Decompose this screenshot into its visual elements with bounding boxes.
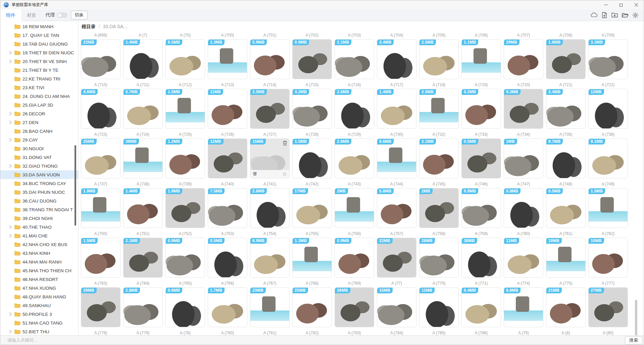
sidebar-item[interactable]: 44.NHA MAI RANH <box>0 257 78 266</box>
sidebar-item[interactable]: 42.NHA CHO XE BUS <box>0 240 78 249</box>
asset-thumbnail[interactable]: 11MB <box>504 238 543 278</box>
sidebar-item[interactable]: 24. DUNG CU AM NHA <box>0 92 78 101</box>
chevron-right-icon[interactable] <box>9 59 14 63</box>
asset-thumbnail[interactable]: 1.4MB <box>377 89 416 129</box>
sidebar-item[interactable]: 48.QUAY BAN HANG <box>0 292 78 301</box>
asset-thumbnail[interactable]: 10MB <box>588 238 628 278</box>
sidebar-item[interactable]: 22.KE TRANG TRI <box>0 74 78 83</box>
chevron-right-icon[interactable] <box>9 51 14 55</box>
asset-thumbnail[interactable]: 2.8MB <box>123 287 163 327</box>
chevron-right-icon[interactable] <box>9 120 14 124</box>
asset-thumbnail[interactable]: 1MB <box>504 138 543 178</box>
asset-thumbnail[interactable]: 0.9MB <box>461 188 501 228</box>
sidebar-item[interactable]: 38.TRANG TRI NGOAI T <box>0 205 78 214</box>
asset-thumbnail[interactable]: 1.7MB <box>208 287 247 327</box>
asset-thumbnail[interactable]: 5.9MB <box>250 39 290 79</box>
sidebar-item[interactable]: 52.BIET THU <box>0 327 78 335</box>
asset-thumbnail[interactable]: 0.5MB <box>546 188 586 228</box>
asset-thumbnail[interactable]: 2.6MB <box>335 138 374 178</box>
asset-thumbnail[interactable]: 2.5MB <box>419 39 459 79</box>
asset-thumbnail[interactable]: 0.5MB <box>208 238 247 278</box>
sidebar-item[interactable]: 46.NHA RESORT <box>0 275 78 284</box>
asset-thumbnail[interactable]: 0.9MB <box>335 238 374 278</box>
sidebar-item[interactable]: 25.GIA LAP 3D <box>0 101 78 109</box>
asset-thumbnail[interactable]: 6.8MB <box>504 287 543 327</box>
chevron-right-icon[interactable] <box>9 225 14 229</box>
asset-thumbnail[interactable]: 3.3MB <box>588 39 628 79</box>
chevron-right-icon[interactable] <box>9 330 14 334</box>
sidebar-item[interactable]: 43.NHA KINH <box>0 249 78 257</box>
asset-thumbnail[interactable]: 25MB <box>292 287 332 327</box>
asset-thumbnail[interactable]: 0.6MB <box>377 138 416 178</box>
asset-thumbnail[interactable]: 2MB <box>419 188 459 228</box>
sidebar-item[interactable]: 19.THIET BI DIEN NUOC <box>0 48 78 57</box>
asset-thumbnail[interactable]: 38MB <box>461 238 501 278</box>
asset-thumbnail[interactable]: 39MB <box>123 138 163 178</box>
folder-plus-icon[interactable] <box>611 12 618 18</box>
chevron-right-icon[interactable] <box>9 112 14 116</box>
asset-thumbnail[interactable]: 2.4MB <box>546 89 586 129</box>
asset-thumbnail[interactable]: 21MB <box>546 287 586 327</box>
sidebar-item[interactable]: 30.NGUOI <box>0 144 78 153</box>
chevron-right-icon[interactable] <box>9 138 14 142</box>
asset-thumbnail[interactable]: 23MB <box>81 39 120 79</box>
sidebar-item[interactable]: 34.BUC TRONG CAY <box>0 179 78 188</box>
asset-thumbnail[interactable]: 0.9MB <box>165 238 205 278</box>
asset-thumbnail[interactable]: 4.2MB <box>292 89 332 129</box>
asset-thumbnail[interactable]: 19MB <box>546 238 586 278</box>
proxy-toggle[interactable] <box>57 13 67 18</box>
asset-thumbnail[interactable]: 2.5MB <box>250 89 290 129</box>
asset-thumbnail[interactable]: 28MB <box>419 238 459 278</box>
grid-scrollbar[interactable] <box>635 300 637 336</box>
asset-thumbnail[interactable]: 1.3MB <box>292 238 332 278</box>
switch-button[interactable]: 切换 <box>71 11 88 19</box>
asset-thumbnail[interactable]: 1.5MB <box>81 238 120 278</box>
asset-thumbnail[interactable]: 23MB <box>250 287 290 327</box>
trash-icon[interactable] <box>283 140 287 147</box>
asset-thumbnail[interactable]: 3.4MB <box>377 39 416 79</box>
asset-thumbnail[interactable]: 0.4MB <box>461 287 501 327</box>
asset-thumbnail[interactable]: 9.7MB <box>546 138 586 178</box>
sidebar-item[interactable]: 29.CAY <box>0 135 78 144</box>
asset-thumbnail[interactable]: 2.8MB <box>250 188 290 228</box>
asset-thumbnail[interactable]: 1.4MB <box>123 188 163 228</box>
asset-thumbnail[interactable]: 1.5MB <box>165 89 205 129</box>
asset-thumbnail[interactable]: 29MB <box>504 39 543 79</box>
search-input[interactable] <box>0 338 625 343</box>
close-button[interactable] <box>629 0 644 9</box>
asset-thumbnail[interactable]: 0.2MB <box>461 89 501 129</box>
sidebar-item[interactable]: 16 REM MANH <box>0 22 78 31</box>
sidebar-item[interactable]: 36.CAU DUONG <box>0 196 78 205</box>
sidebar-item[interactable]: 27.DEN <box>0 118 78 127</box>
asset-thumbnail[interactable]: 1.5MB <box>292 138 332 178</box>
asset-thumbnail[interactable]: 6.9MB <box>250 238 290 278</box>
sidebar-item[interactable]: 21.THIET BI Y TE <box>0 66 78 74</box>
minimize-button[interactable] <box>598 0 613 9</box>
asset-thumbnail[interactable]: 17MB <box>292 188 332 228</box>
file-plus-icon[interactable] <box>601 12 608 18</box>
chevron-right-icon[interactable] <box>9 312 14 316</box>
asset-thumbnail[interactable]: 15MB <box>377 287 416 327</box>
sidebar-item[interactable]: 23.KE TIVI <box>0 83 78 92</box>
asset-thumbnail[interactable]: 27MB <box>588 287 628 327</box>
sidebar-item[interactable]: 49.SANKHAU <box>0 301 78 310</box>
sidebar-item[interactable]: 26.DECOR <box>0 109 78 118</box>
asset-thumbnail[interactable]: 2.1MB <box>123 238 163 278</box>
breadcrumb-root[interactable]: 根目录 <box>82 24 96 29</box>
sidebar-scrollbar[interactable] <box>75 145 76 226</box>
sidebar-item[interactable]: 50.PROFILE 3 <box>0 310 78 319</box>
restore-button[interactable] <box>613 0 629 9</box>
asset-thumbnail[interactable]: 29MB <box>81 287 120 327</box>
asset-thumbnail[interactable]: 15MB替☆ <box>250 138 290 178</box>
sidebar-item[interactable]: 20.THIET BI VE SINH <box>0 57 78 66</box>
sidebar-item[interactable]: 18.TAB DAU GIUONG <box>0 40 78 48</box>
asset-thumbnail[interactable]: 22MB <box>377 238 416 278</box>
settings-icon[interactable] <box>632 12 639 19</box>
asset-thumbnail[interactable]: 5.7MB <box>123 89 163 129</box>
asset-thumbnail[interactable]: 5.8MB <box>377 188 416 228</box>
chevron-right-icon[interactable] <box>9 234 14 238</box>
asset-thumbnail[interactable]: 4.6MB <box>81 89 120 129</box>
sidebar-item[interactable]: 31.DONG VAT <box>0 153 78 162</box>
search-button[interactable]: 搜索 <box>625 336 642 344</box>
chevron-right-icon[interactable] <box>9 164 14 168</box>
